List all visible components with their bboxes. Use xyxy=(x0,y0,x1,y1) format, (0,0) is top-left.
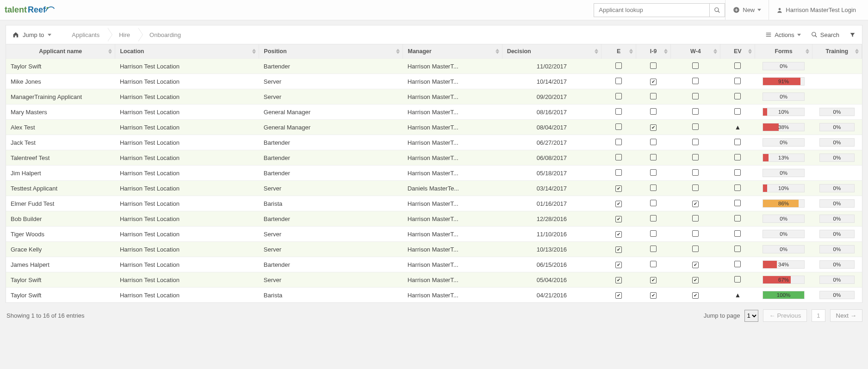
cell-ev[interactable] xyxy=(720,211,755,227)
cell-i9[interactable] xyxy=(636,227,671,242)
cell-w4[interactable] xyxy=(671,288,720,303)
cell-ev[interactable] xyxy=(720,59,755,74)
column-header[interactable]: Manager xyxy=(403,44,502,59)
cell-e[interactable] xyxy=(601,257,636,272)
cell-ev[interactable] xyxy=(720,166,755,181)
table-row[interactable]: Taylor SwiftHarrison Test LocationServer… xyxy=(6,272,862,288)
cell-i9[interactable] xyxy=(636,288,671,303)
cell-w4[interactable] xyxy=(671,211,720,227)
cell-ev[interactable]: ▲ xyxy=(720,288,755,303)
cell-ev[interactable] xyxy=(720,242,755,257)
user-menu[interactable]: Harrison MasterTest Login xyxy=(769,0,863,20)
cell-w4[interactable] xyxy=(671,227,720,242)
cell-e[interactable] xyxy=(601,272,636,288)
table-row[interactable]: Jack TestHarrison Test LocationBartender… xyxy=(6,135,862,150)
jump-to-page-select[interactable]: 1 xyxy=(744,310,758,322)
table-row[interactable]: Testtest ApplicantHarrison Test Location… xyxy=(6,181,862,196)
cell-ev[interactable] xyxy=(720,272,755,288)
logo[interactable]: talentReef xyxy=(5,4,55,17)
cell-w4[interactable] xyxy=(671,135,720,150)
cell-e[interactable] xyxy=(601,105,636,120)
table-row[interactable]: Jim HalpertHarrison Test LocationBartend… xyxy=(6,166,862,181)
cell-w4[interactable] xyxy=(671,257,720,272)
breadcrumb-item[interactable]: Hire xyxy=(108,28,138,42)
cell-e[interactable] xyxy=(601,59,636,74)
cell-i9[interactable] xyxy=(636,272,671,288)
cell-i9[interactable] xyxy=(636,89,671,105)
filter-toggle[interactable] xyxy=(849,32,856,38)
cell-e[interactable] xyxy=(601,242,636,257)
cell-w4[interactable] xyxy=(671,166,720,181)
column-header[interactable]: Decision xyxy=(502,44,601,59)
cell-ev[interactable] xyxy=(720,135,755,150)
new-menu[interactable]: New xyxy=(725,0,769,20)
cell-i9[interactable] xyxy=(636,196,671,211)
breadcrumb-item[interactable]: Applicants xyxy=(61,28,108,42)
column-header[interactable]: W-4 xyxy=(671,44,720,59)
prev-page-button[interactable]: ← Previous xyxy=(763,309,807,322)
cell-w4[interactable] xyxy=(671,59,720,74)
cell-w4[interactable] xyxy=(671,242,720,257)
cell-e[interactable] xyxy=(601,227,636,242)
cell-i9[interactable] xyxy=(636,150,671,166)
cell-i9[interactable] xyxy=(636,257,671,272)
jump-to-menu[interactable]: Jump to xyxy=(12,31,51,38)
cell-w4[interactable] xyxy=(671,74,720,89)
cell-ev[interactable] xyxy=(720,196,755,211)
cell-w4[interactable] xyxy=(671,150,720,166)
column-header[interactable]: Forms xyxy=(755,44,812,59)
cell-ev[interactable] xyxy=(720,181,755,196)
table-row[interactable]: Alex TestHarrison Test LocationGeneral M… xyxy=(6,120,862,135)
cell-ev[interactable] xyxy=(720,257,755,272)
cell-w4[interactable] xyxy=(671,120,720,135)
cell-e[interactable] xyxy=(601,288,636,303)
column-header[interactable]: EV xyxy=(720,44,755,59)
cell-w4[interactable] xyxy=(671,89,720,105)
table-row[interactable]: James HalpertHarrison Test LocationBarte… xyxy=(6,257,862,272)
cell-w4[interactable] xyxy=(671,181,720,196)
table-row[interactable]: Elmer Fudd TestHarrison Test LocationBar… xyxy=(6,196,862,211)
cell-w4[interactable] xyxy=(671,272,720,288)
column-header[interactable]: E xyxy=(601,44,636,59)
table-row[interactable]: Taylor SwiftHarrison Test LocationBarist… xyxy=(6,288,862,303)
cell-ev[interactable]: ▲ xyxy=(720,120,755,135)
table-row[interactable]: Tiger WoodsHarrison Test LocationServerH… xyxy=(6,227,862,242)
table-row[interactable]: Mike JonesHarrison Test LocationServerHa… xyxy=(6,74,862,89)
table-row[interactable]: Mary MastersHarrison Test LocationGenera… xyxy=(6,105,862,120)
applicant-lookup-button[interactable] xyxy=(709,3,725,17)
breadcrumb-item[interactable]: Onboarding xyxy=(138,28,189,42)
column-header[interactable]: Training xyxy=(812,44,862,59)
cell-ev[interactable] xyxy=(720,150,755,166)
column-header[interactable]: Applicant name xyxy=(6,44,115,59)
search-toggle[interactable]: Search xyxy=(811,31,839,38)
cell-w4[interactable] xyxy=(671,105,720,120)
table-row[interactable]: ManagerTraining ApplicantHarrison Test L… xyxy=(6,89,862,105)
cell-i9[interactable] xyxy=(636,105,671,120)
cell-ev[interactable] xyxy=(720,74,755,89)
applicant-lookup-input[interactable] xyxy=(594,3,709,17)
cell-w4[interactable] xyxy=(671,196,720,211)
table-row[interactable]: Grace KellyHarrison Test LocationServerH… xyxy=(6,242,862,257)
cell-e[interactable] xyxy=(601,120,636,135)
column-header[interactable]: Location xyxy=(115,44,259,59)
cell-e[interactable] xyxy=(601,166,636,181)
cell-e[interactable] xyxy=(601,150,636,166)
actions-menu[interactable]: Actions xyxy=(765,31,801,38)
table-row[interactable]: Bob BuilderHarrison Test LocationBartend… xyxy=(6,211,862,227)
cell-e[interactable] xyxy=(601,89,636,105)
cell-i9[interactable] xyxy=(636,59,671,74)
next-page-button[interactable]: Next → xyxy=(830,309,862,322)
cell-i9[interactable] xyxy=(636,135,671,150)
cell-ev[interactable] xyxy=(720,105,755,120)
cell-e[interactable] xyxy=(601,135,636,150)
cell-i9[interactable] xyxy=(636,166,671,181)
cell-e[interactable] xyxy=(601,196,636,211)
table-row[interactable]: Taylor SwiftHarrison Test LocationBarten… xyxy=(6,59,862,74)
column-header[interactable]: I-9 xyxy=(636,44,671,59)
cell-i9[interactable] xyxy=(636,242,671,257)
cell-e[interactable] xyxy=(601,74,636,89)
cell-ev[interactable] xyxy=(720,227,755,242)
table-row[interactable]: Talentreef TestHarrison Test LocationBar… xyxy=(6,150,862,166)
column-header[interactable]: Position xyxy=(259,44,403,59)
cell-ev[interactable] xyxy=(720,89,755,105)
